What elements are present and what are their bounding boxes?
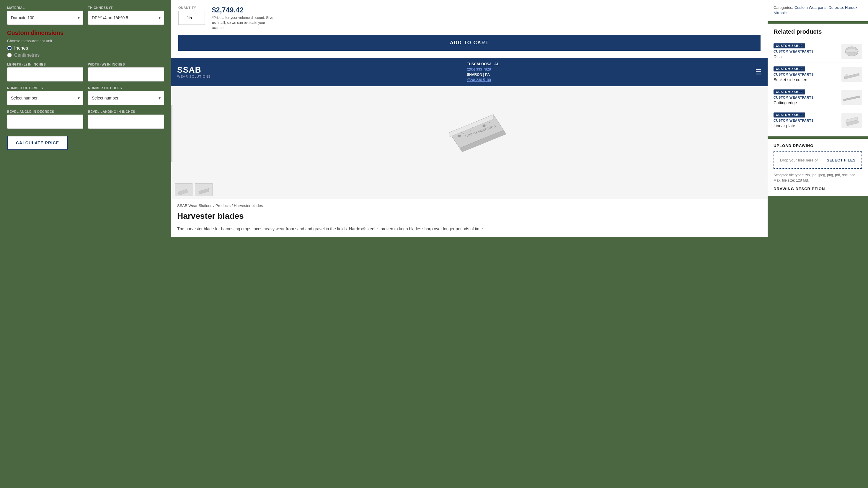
thickness-field-group: THICKNESS (T) DP**1/4 on 1/4**0.5	[88, 6, 164, 25]
left-panel: MATERIAL Duroxite 100 THICKNESS (T) DP**…	[0, 0, 171, 156]
measurement-unit-label: Choose measurement unit	[7, 39, 164, 43]
location2-text: SHARON | PA	[467, 72, 499, 77]
bevel-angle-landing-row: BEVEL ANGLE IN DEGREES BEVEL LANDING IN …	[7, 110, 164, 129]
material-select[interactable]: Duroxite 100	[7, 11, 83, 25]
disc-badge: CUSTOMIZABLE	[774, 43, 805, 49]
length-field-group: LENGTH (L) IN INCHES	[7, 63, 83, 82]
bucket-type: CUSTOM WEARTPARTS	[774, 72, 814, 76]
thumbnail-row	[171, 181, 768, 199]
linear-plate-image	[841, 113, 862, 128]
length-width-row: LENGTH (L) IN INCHES WIDTH (W) IN INCHES	[7, 63, 164, 82]
upload-accepted-types: Accepted file types: zip, jpg, jpeg, png…	[774, 173, 862, 183]
num-bevels-field-group: NUMBER OF BEVELS Select number 01234	[7, 86, 83, 105]
related-item-cutting-edge-info: CUSTOMIZABLE CUSTOM WEARTPARTS Cutting e…	[774, 89, 814, 105]
phone2-text[interactable]: (724) 230 5100	[467, 78, 499, 82]
bucket-badge: CUSTOMIZABLE	[774, 66, 805, 71]
material-select-wrapper: Duroxite 100	[7, 11, 83, 25]
product-image-area: HARDOX WEARPARTS	[171, 86, 768, 181]
price-note: *Price after your volume discount. Give …	[212, 16, 277, 30]
right-panel: Categories: Custom Wearparts, Duroxite, …	[768, 0, 868, 196]
phone1-text[interactable]: (205) 333 7828	[467, 67, 499, 71]
category-hardox[interactable]: Hardox	[845, 5, 857, 10]
inches-radio[interactable]	[7, 46, 12, 51]
breadcrumb: SSAB Wear Slutions / Products / Harveste…	[177, 204, 762, 208]
ssab-header: SSAB WEAR SOLUTIONS TUSCALOOSA | AL (205…	[171, 58, 768, 86]
quantity-block: QUANTITY	[178, 6, 205, 25]
drawing-description-label: DRAWING DESCRIPTION	[774, 187, 862, 191]
product-content: SSAB Wear Slutions / Products / Harveste…	[171, 199, 768, 237]
cutting-edge-badge: CUSTOMIZABLE	[774, 89, 805, 94]
num-holes-select-wrapper: Select number 01234	[88, 91, 164, 105]
related-item-linear-plate[interactable]: CUSTOMIZABLE CUSTOM WEARTPARTS Linear pl…	[774, 109, 862, 132]
upload-title: UPLOAD DRAWING	[774, 144, 862, 148]
width-input[interactable]	[88, 67, 164, 82]
related-products-title: Related products	[774, 28, 862, 35]
related-item-disc-info: CUSTOMIZABLE CUSTOM WEARTPARTS Disc	[774, 43, 814, 59]
product-title: Harvester blades	[177, 211, 762, 221]
svg-marker-21	[844, 74, 847, 77]
category-nitronic[interactable]: Nitronic	[774, 11, 786, 15]
linear-plate-type: CUSTOM WEARTPARTS	[774, 119, 814, 122]
bevel-angle-input[interactable]	[7, 115, 83, 129]
centimetres-radio-label[interactable]: Centimetres	[7, 53, 164, 58]
bevel-landing-field-group: BEVEL LANDING IN INCHES	[88, 110, 164, 129]
ssab-contact-info: TUSCALOOSA | AL (205) 333 7828 SHARON | …	[467, 62, 499, 82]
bevel-landing-input[interactable]	[88, 115, 164, 129]
inches-label: Inches	[14, 45, 28, 51]
num-bevels-select-wrapper: Select number 01234	[7, 91, 83, 105]
categories-section: Categories: Custom Wearparts, Duroxite, …	[768, 0, 868, 21]
cutting-edge-type: CUSTOM WEARTPARTS	[774, 96, 814, 99]
num-holes-select[interactable]: Select number 01234	[88, 91, 164, 105]
related-item-cutting-edge[interactable]: CUSTOMIZABLE CUSTOM WEARTPARTS Cutting e…	[774, 86, 862, 109]
num-holes-label: NUMBER OF HOLES	[88, 86, 164, 90]
thickness-select[interactable]: DP**1/4 on 1/4**0.5	[88, 11, 164, 25]
ssab-logo: SSAB	[177, 66, 211, 74]
material-field-group: MATERIAL Duroxite 100	[7, 6, 83, 25]
thickness-label: THICKNESS (T)	[88, 6, 164, 9]
upload-dropzone[interactable]: Drop your files here or SELECT FILES	[774, 151, 862, 169]
svg-marker-22	[843, 96, 860, 101]
num-holes-field-group: NUMBER OF HOLES Select number 01234	[88, 86, 164, 105]
disc-type: CUSTOM WEARTPARTS	[774, 50, 814, 53]
bevel-angle-field-group: BEVEL ANGLE IN DEGREES	[7, 110, 83, 129]
drop-text: Drop your files here or	[780, 158, 818, 162]
select-files-button[interactable]: SELECT FILES	[827, 158, 856, 162]
center-panel: QUANTITY $2,749.42 *Price after your vol…	[171, 0, 768, 237]
cutting-edge-name: Cutting edge	[774, 100, 814, 105]
related-item-bucket-info: CUSTOMIZABLE CUSTOM WEARTPARTS Bucket si…	[774, 66, 814, 82]
width-field-group: WIDTH (W) IN INCHES	[88, 63, 164, 82]
thumbnail-2[interactable]	[195, 183, 213, 196]
price-value: $2,749.42	[212, 6, 277, 14]
ssab-logo-area: SSAB WEAR SOLUTIONS	[177, 66, 211, 78]
product-blade-svg: HARDOX WEARPARTS	[431, 104, 508, 163]
related-item-bucket[interactable]: CUSTOMIZABLE CUSTOM WEARTPARTS Bucket si…	[774, 63, 862, 86]
inches-radio-label[interactable]: Inches	[7, 45, 164, 51]
categories-label: Categories:	[774, 5, 793, 10]
ssab-wear-solutions-text: WEAR SOLUTIONS	[177, 75, 211, 78]
quantity-price-row: QUANTITY $2,749.42 *Price after your vol…	[178, 6, 761, 30]
bucket-image	[841, 67, 862, 82]
num-bevels-label: NUMBER OF BEVELS	[7, 86, 83, 90]
disc-name: Disc	[774, 54, 814, 59]
centimetres-radio[interactable]	[7, 53, 12, 58]
related-item-linear-plate-info: CUSTOMIZABLE CUSTOM WEARTPARTS Linear pl…	[774, 113, 814, 128]
add-to-cart-button[interactable]: ADD TO CART	[178, 35, 761, 51]
bevel-landing-label: BEVEL LANDING IN INCHES	[88, 110, 164, 113]
quantity-label: QUANTITY	[178, 6, 205, 9]
svg-marker-16	[178, 189, 188, 195]
upload-section: UPLOAD DRAWING Drop your files here or S…	[768, 139, 868, 196]
length-input[interactable]	[7, 67, 83, 82]
width-label: WIDTH (W) IN INCHES	[88, 63, 164, 66]
thumbnail-1[interactable]	[175, 183, 192, 196]
measurement-radio-group: Inches Centimetres	[7, 45, 164, 58]
category-duroxite[interactable]: Duroxite	[829, 5, 843, 10]
category-custom-wearparts[interactable]: Custom Wearparts	[795, 5, 826, 10]
hamburger-menu-icon[interactable]: ☰	[755, 68, 762, 76]
material-thickness-row: MATERIAL Duroxite 100 THICKNESS (T) DP**…	[7, 6, 164, 25]
calculate-price-button[interactable]: CALCULATE PRICE	[7, 136, 68, 150]
related-item-disc[interactable]: CUSTOMIZABLE CUSTOM WEARTPARTS Disc	[774, 40, 862, 63]
bevels-holes-row: NUMBER OF BEVELS Select number 01234 NUM…	[7, 86, 164, 105]
top-section: QUANTITY $2,749.42 *Price after your vol…	[171, 0, 768, 58]
quantity-input[interactable]	[178, 11, 205, 25]
num-bevels-select[interactable]: Select number 01234	[7, 91, 83, 105]
